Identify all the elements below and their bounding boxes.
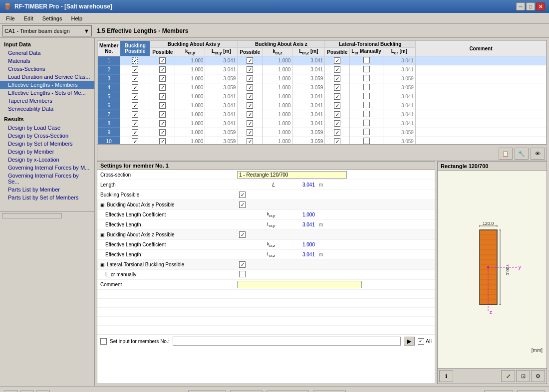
row-checkbox[interactable] [247, 93, 253, 100]
sidebar-item-effective-lengths-members[interactable]: Effective Lengths - Members [0, 81, 94, 89]
possible-lt-cell[interactable] [325, 74, 350, 83]
possible-y-cell[interactable] [150, 110, 175, 119]
row-checkbox[interactable] [159, 111, 166, 118]
buckling-possible-cell[interactable] [120, 110, 150, 119]
sidebar-item-load-duration[interactable]: Load Duration and Service Clas... [0, 73, 94, 81]
comment-input[interactable] [237, 281, 362, 288]
lcr-manually-cell[interactable] [350, 74, 383, 83]
cancel-button[interactable]: Cancel [517, 391, 545, 392]
buckling-possible-cb-container[interactable] [237, 191, 248, 199]
table-row[interactable]: 91.0003.0591.0003.0593.059 [98, 128, 547, 137]
toolbar-forward-btn[interactable]: ▷ [36, 391, 50, 392]
row-checkbox[interactable] [363, 84, 370, 90]
buckling-possible-cell[interactable] [120, 74, 150, 83]
nat-annex-button[interactable]: Nat. Annex... [267, 391, 309, 392]
row-checkbox[interactable] [159, 84, 166, 91]
row-checkbox[interactable] [132, 102, 138, 109]
row-checkbox[interactable] [334, 129, 340, 136]
buckling-possible-cell[interactable] [120, 137, 150, 145]
set-input-field[interactable] [173, 337, 401, 346]
table-row[interactable]: 101.0003.0591.0003.0593.059 [98, 137, 547, 145]
all-checkbox[interactable] [418, 338, 424, 345]
row-checkbox[interactable] [132, 75, 138, 82]
sidebar-item-parts-list-member[interactable]: Parts List by Member [0, 186, 94, 194]
row-checkbox[interactable] [363, 102, 370, 108]
row-checkbox[interactable] [334, 66, 340, 73]
table-settings-btn[interactable]: 🔧 [515, 148, 529, 160]
row-checkbox[interactable] [334, 75, 340, 82]
possible-y-cell[interactable] [150, 92, 175, 101]
preview-copy-btn[interactable]: ⊡ [516, 370, 530, 382]
row-checkbox[interactable] [363, 111, 370, 117]
possible-z-cell[interactable] [238, 128, 263, 137]
set-input-apply-btn[interactable]: ▶ [404, 337, 415, 346]
details-button[interactable]: Details... [230, 391, 263, 392]
row-checkbox[interactable] [132, 111, 138, 118]
sidebar-item-gov-internal-forces-member[interactable]: Governing Internal Forces by M... [0, 164, 94, 172]
row-checkbox[interactable] [159, 93, 166, 100]
table-view-btn[interactable]: 👁 [531, 148, 545, 160]
sidebar-item-design-member[interactable]: Design by Member [0, 148, 94, 156]
axis-z-checkbox[interactable] [239, 231, 246, 238]
table-row[interactable]: 81.0003.0411.0003.0413.041 [98, 119, 547, 128]
possible-z-cell[interactable] [238, 119, 263, 128]
toolbar-back-btn[interactable]: ◁ [20, 391, 34, 392]
axis-y-cb-container[interactable] [237, 200, 248, 209]
possible-y-cell[interactable] [150, 119, 175, 128]
possible-y-cell[interactable] [150, 74, 175, 83]
row-checkbox[interactable] [132, 57, 138, 64]
graphics-button[interactable]: Graphics [313, 391, 346, 392]
sidebar-item-design-x-location[interactable]: Design by x-Location [0, 156, 94, 164]
row-checkbox[interactable] [132, 93, 138, 100]
row-checkbox[interactable] [132, 120, 138, 127]
sidebar-item-cross-sections[interactable]: Cross-Sections [0, 65, 94, 73]
table-row[interactable]: 21.0003.0411.0003.0413.041 [98, 65, 547, 74]
row-checkbox[interactable] [247, 66, 253, 73]
possible-lt-cell[interactable] [325, 128, 350, 137]
row-checkbox[interactable] [247, 102, 253, 109]
row-checkbox[interactable] [159, 129, 166, 136]
row-checkbox[interactable] [363, 57, 370, 63]
lcr-manually-cell[interactable] [350, 119, 383, 128]
preview-zoom-btn[interactable]: ⤢ [501, 370, 515, 382]
row-checkbox[interactable] [247, 57, 253, 64]
menu-settings[interactable]: Settings [38, 14, 66, 22]
possible-y-cell[interactable] [150, 128, 175, 137]
row-checkbox[interactable] [247, 138, 253, 145]
axis-z-cb-container[interactable] [237, 230, 248, 239]
table-export-btn[interactable]: 📋 [499, 148, 513, 160]
sidebar-item-parts-list-set[interactable]: Parts List by Set of Members [0, 194, 94, 201]
possible-z-cell[interactable] [238, 110, 263, 119]
possible-z-cell[interactable] [238, 92, 263, 101]
possible-y-cell[interactable] [150, 101, 175, 110]
row-checkbox[interactable] [159, 57, 166, 64]
row-checkbox[interactable] [247, 129, 253, 136]
close-button[interactable]: ✕ [536, 2, 545, 10]
possible-y-cell[interactable] [150, 137, 175, 145]
row-checkbox[interactable] [363, 66, 370, 72]
row-checkbox[interactable] [132, 138, 138, 145]
row-checkbox[interactable] [159, 75, 166, 82]
row-checkbox[interactable] [132, 129, 138, 136]
row-checkbox[interactable] [132, 66, 138, 73]
lcr-manually-cell[interactable] [350, 128, 383, 137]
lateral-checkbox[interactable] [239, 261, 246, 268]
possible-lt-cell[interactable] [325, 65, 350, 74]
axis-y-collapse[interactable]: ▣ Buckling About Axis y Possible [97, 201, 237, 208]
lcr-manually-cell[interactable] [350, 83, 383, 92]
buckling-possible-cell[interactable] [120, 65, 150, 74]
lcr-manually-cell[interactable] [350, 137, 383, 145]
ok-button[interactable]: OK [484, 391, 513, 392]
toolbar-home-btn[interactable]: ⌂ [4, 391, 18, 392]
row-checkbox[interactable] [334, 102, 340, 109]
row-checkbox[interactable] [363, 75, 370, 81]
row-checkbox[interactable] [334, 84, 340, 91]
buckling-possible-cell[interactable] [120, 92, 150, 101]
possible-lt-cell[interactable] [325, 83, 350, 92]
preview-settings-btn[interactable]: ⚙ [531, 370, 545, 382]
table-row[interactable]: 71.0003.0411.0003.0413.041 [98, 110, 547, 119]
possible-lt-cell[interactable] [325, 119, 350, 128]
possible-y-cell[interactable] [150, 56, 175, 65]
maximize-button[interactable]: □ [526, 2, 535, 10]
data-table-container[interactable]: MemberNo. BucklingPossible Buckling Abou… [97, 40, 547, 145]
